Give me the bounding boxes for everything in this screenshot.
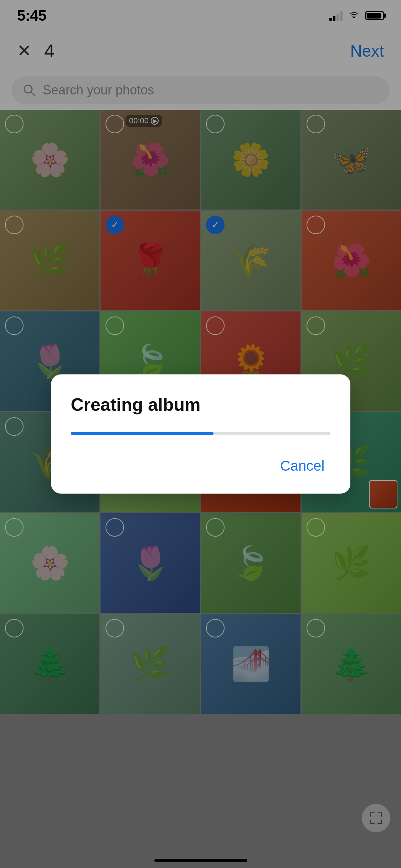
home-indicator <box>154 859 247 862</box>
dialog-title: Creating album <box>71 394 330 415</box>
cancel-button[interactable]: Cancel <box>274 455 330 477</box>
dialog-backdrop: Creating album Cancel <box>0 0 401 868</box>
creating-album-dialog: Creating album Cancel <box>51 374 350 494</box>
dialog-actions: Cancel <box>71 455 330 477</box>
progress-bar-container <box>71 432 330 435</box>
progress-bar-fill <box>71 432 214 435</box>
